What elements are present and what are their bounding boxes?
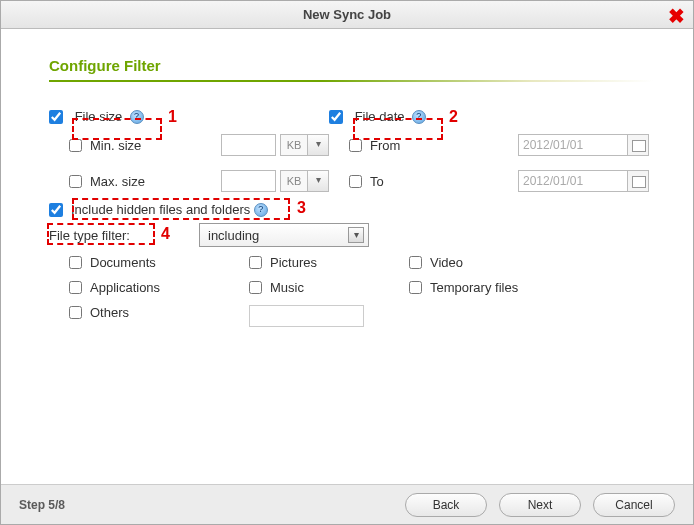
ft-others-checkbox[interactable]: [69, 306, 82, 319]
next-button[interactable]: Next: [499, 493, 581, 517]
filesize-label: File size: [75, 109, 123, 124]
calendar-icon[interactable]: [627, 170, 649, 192]
chevron-down-icon: ▾: [348, 227, 364, 243]
hidden-label: Include hidden files and folders: [71, 202, 250, 217]
ft-video-checkbox[interactable]: [409, 256, 422, 269]
filedate-checkbox[interactable]: [329, 110, 343, 124]
to-date-input[interactable]: [518, 170, 628, 192]
section-underline: [49, 80, 653, 82]
minsize-checkbox[interactable]: [69, 139, 82, 152]
filedate-group: File date: [329, 108, 649, 124]
hidden-row: Include hidden files and folders: [49, 202, 653, 217]
ft-documents-label: Documents: [90, 255, 156, 270]
ft-pictures-checkbox[interactable]: [249, 256, 262, 269]
cancel-button[interactable]: Cancel: [593, 493, 675, 517]
back-button[interactable]: Back: [405, 493, 487, 517]
filesize-group: File size: [49, 108, 329, 124]
help-icon[interactable]: [412, 110, 426, 124]
ft-pictures-label: Pictures: [270, 255, 317, 270]
filetype-label: File type filter:: [49, 228, 199, 243]
help-icon[interactable]: [254, 203, 268, 217]
maxsize-checkbox[interactable]: [69, 175, 82, 188]
size-date-row2: Max. size KB ▾ To: [49, 166, 653, 196]
from-label: From: [370, 138, 418, 153]
section-title: Configure Filter: [49, 57, 653, 74]
maxsize-label: Max. size: [90, 174, 145, 189]
ft-video-label: Video: [430, 255, 463, 270]
maxsize-input[interactable]: [221, 170, 276, 192]
maxsize-unit: KB: [280, 170, 308, 192]
window-title: New Sync Job: [303, 7, 391, 22]
ft-temporary-label: Temporary files: [430, 280, 518, 295]
dialog-window: New Sync Job ✖ Configure Filter File siz…: [0, 0, 694, 525]
top-checks-row: File size File date: [49, 108, 653, 124]
filedate-label: File date: [355, 109, 405, 124]
from-date-input[interactable]: [518, 134, 628, 156]
maxsize-unit-dropdown[interactable]: ▾: [307, 170, 329, 192]
ft-others-label: Others: [90, 305, 129, 320]
hidden-checkbox[interactable]: [49, 203, 63, 217]
help-icon[interactable]: [130, 110, 144, 124]
calendar-icon[interactable]: [627, 134, 649, 156]
filetype-row: File type filter: including ▾: [49, 223, 653, 247]
ft-applications-checkbox[interactable]: [69, 281, 82, 294]
to-label: To: [370, 174, 418, 189]
ft-music-checkbox[interactable]: [249, 281, 262, 294]
ft-applications-label: Applications: [90, 280, 160, 295]
content-area: Configure Filter File size File date Min…: [1, 29, 693, 327]
size-date-row1: Min. size KB ▾ From: [49, 130, 653, 160]
ft-music-label: Music: [270, 280, 304, 295]
titlebar: New Sync Job ✖: [1, 1, 693, 29]
footer: Step 5/8 Back Next Cancel: [1, 484, 693, 524]
filetype-mode-value: including: [208, 228, 259, 243]
step-label: Step 5/8: [19, 498, 65, 512]
close-icon[interactable]: ✖: [668, 4, 685, 28]
ft-others-input[interactable]: [249, 305, 364, 327]
ft-temporary-checkbox[interactable]: [409, 281, 422, 294]
minsize-input[interactable]: [221, 134, 276, 156]
filetype-mode-select[interactable]: including ▾: [199, 223, 369, 247]
from-checkbox[interactable]: [349, 139, 362, 152]
minsize-label: Min. size: [90, 138, 141, 153]
minsize-unit-dropdown[interactable]: ▾: [307, 134, 329, 156]
minsize-unit: KB: [280, 134, 308, 156]
to-checkbox[interactable]: [349, 175, 362, 188]
ft-documents-checkbox[interactable]: [69, 256, 82, 269]
filetype-grid: Documents Applications Others Pictures M…: [69, 255, 653, 327]
filesize-checkbox[interactable]: [49, 110, 63, 124]
